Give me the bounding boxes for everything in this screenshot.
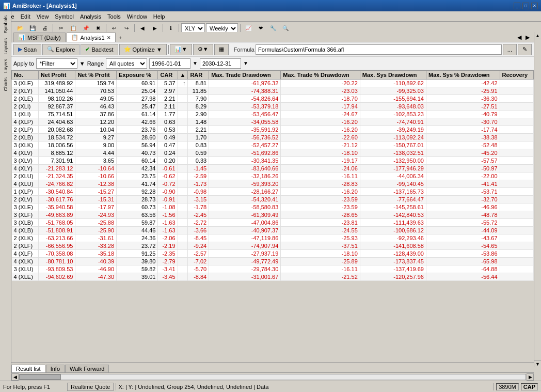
table-row[interactable]: 4 (XLE)-94,602.69-47.3039.01-3.45-8.84-3… [12,273,534,281]
table-row[interactable]: 4 (XLF)-70,358.08-35.1891.25-2.35-2.57-2… [12,250,534,258]
table-row[interactable]: 2 (XLE)98,102.2649.0527.982.217.90-54,82… [12,95,534,103]
col-max-sys-pct-dd[interactable]: Max. Sys % Drawdown [426,71,500,80]
optimize-dropdown-icon[interactable]: ▼ [156,46,162,53]
table-row[interactable]: 2 (XLK)-63,213.66-31.6124.36-2.06-8.45-4… [12,234,534,242]
col-exposure[interactable]: Exposure % [117,71,158,80]
table-row[interactable]: 3 (XLU)-93,809.53-46.9059.82-3.41-5.70-2… [12,265,534,273]
tab-walk-forward[interactable]: Walk Forward [65,365,109,372]
tab-nav-right[interactable]: ▶ [523,33,532,42]
cell-7-10: -38.38 [426,134,500,142]
table-row[interactable]: 3 (XLF)-49,863.89-24.9363.56-1.56-2.45-6… [12,211,534,219]
cell-11-0: 4 (XLY) [12,165,39,173]
charts-tab[interactable]: Charts [2,75,9,93]
col-recovery[interactable]: Recovery [500,71,533,80]
table-row[interactable]: 3 (XLK)18,006.569.0056.940.470.83-52,457… [12,142,534,149]
table-row[interactable]: 4 (XLB)-51,808.91-25.9044.46-1.63-3.66-4… [12,227,534,234]
cell-2-0: 2 (XLE) [12,95,39,103]
cell-19-9: -100,686.12 [360,227,426,234]
from-date-picker[interactable]: ▼ [193,60,198,66]
cell-15-7: -54,320.41 [209,196,281,203]
table-row[interactable]: 3 (XLE)319,489.92159.7460.915.37↑8.81-61… [12,80,534,87]
menu-view[interactable]: View [34,12,52,21]
table-row[interactable]: 1 (XLP)-30,540.84-15.2792.28-0.90-0.98-2… [12,188,534,196]
col-rar[interactable]: RAR [188,71,209,80]
table-row[interactable]: 2 (XLP)20,082.6810.0423.760.532.21-35,59… [12,126,534,134]
minimize-button[interactable]: _ [514,3,520,9]
table-row[interactable]: 3 (XLB)-51,768.05-25.8859.87-1.63-2.72-4… [12,219,534,227]
optimize-button[interactable]: ⭐ Optimize ▼ [119,44,167,55]
cell-17-10: -48.78 [426,211,500,219]
tab-info[interactable]: Info [46,365,65,372]
menu-analysis[interactable]: Analysis [77,12,104,21]
backtest-button[interactable]: ✔ Backtest [81,44,118,55]
filter-dropdown[interactable]: *Filter [36,58,77,69]
menu-tools[interactable]: Tools [104,12,124,21]
filter-icon[interactable]: ▼ [79,60,85,67]
table-row[interactable]: 4 (XLU)-24,766.82-12.3841.74-0.72-1.73-5… [12,180,534,188]
table-row[interactable]: 3 (XLE)-35,940.58-17.9760.73-1.08-1.78-5… [12,203,534,211]
settings-button[interactable]: ⚙▼ [193,44,213,55]
to-date-picker[interactable]: ▼ [243,60,248,66]
formula-browse-button[interactable]: ... [503,44,517,55]
menu-help[interactable]: Help [150,12,168,21]
menu-symbol[interactable]: Symbol [52,12,77,21]
tab-msft-daily[interactable]: 📊 MSFT (Daily) [13,33,66,42]
tab-close-icon[interactable]: ✕ [107,35,111,40]
col-car[interactable]: CAR [158,71,178,80]
from-date-input[interactable] [149,58,190,69]
table-row[interactable]: 4 (XLP)24,404.6312.2042.660.631.48-34,05… [12,118,534,126]
cell-16-4: -1.08 [158,203,178,211]
cell-24-0: 3 (XLU) [12,265,39,273]
table-row[interactable]: 2 (XLF)-66,556.95-33.2823.72-2.19-9.24-7… [12,242,534,250]
table-row[interactable]: 2 (XLY)141,050.4470.5325.042.9711.85-74,… [12,87,534,95]
h-scrollbar[interactable]: ◀ ▶ [11,372,534,381]
layouts-tab[interactable]: Layouts [2,36,9,57]
cell-16-0: 3 (XLE) [12,203,39,211]
col-net-pct-profit[interactable]: Net % Profit [75,71,117,80]
table-row[interactable]: 2 (XLV)-30,617.76-15.3128.73-0.91-3.15-5… [12,196,534,203]
col-max-sys-dd[interactable]: Max. Sys Drawdown [360,71,426,80]
chart-type-button[interactable]: 📊▼ [170,44,192,55]
cell-13-6: -1.73 [188,180,209,188]
scan-button[interactable]: ▶ Scan [13,44,41,55]
layers-tab[interactable]: Layers [2,57,9,75]
hscroll-right-btn[interactable]: ▶ [527,373,534,381]
table-row[interactable]: 1 (XLI)75,714.5137.8661.141.772.90-53,45… [12,111,534,118]
menu-window[interactable]: Window [124,12,150,21]
table-row[interactable]: 4 (XLV)8,885.124.4440.730.240.59-51,692.… [12,149,534,157]
new-tab-button[interactable]: + [117,34,124,42]
formula-edit-button[interactable]: ✎ [518,44,532,55]
close-button[interactable]: ✕ [531,3,538,9]
col-max-trade-dd[interactable]: Max. Trade Drawdown [209,71,281,80]
col-no[interactable]: No. [12,71,39,80]
table-row[interactable]: 2 (XLB)18,534.729.2728.600.491.70-56,736… [12,134,534,142]
table-row[interactable]: 2 (XLI)92,867.3746.4325.472.118.29-53,37… [12,103,534,111]
right-panel-top[interactable]: ▲ [534,32,541,39]
tab-result-list[interactable]: Result list [11,365,45,372]
cell-22-2: -35.18 [75,250,117,258]
menu-edit[interactable]: Edit [18,12,34,21]
table-row[interactable]: 2 (XLU)-21,324.35-10.6623.75-0.62-2.59-3… [12,173,534,180]
table-row[interactable]: 4 (XLK)-80,781.10-40.3939.80-2.79-7.02-4… [12,258,534,265]
tab-msft-label: MSFT (Daily) [27,35,61,41]
table-row[interactable]: 3 (XLV)7,301.913.6560.140.200.33-30,341.… [12,157,534,165]
tab-analysis1[interactable]: 📋 Analysis1 ✕ [67,33,116,42]
hscroll-thumb[interactable] [20,374,61,380]
formula-input[interactable] [256,44,502,55]
title-bar-controls[interactable]: _ □ ✕ [513,3,538,9]
col-net-profit[interactable]: Net Profit [38,71,75,80]
explore-button[interactable]: 🔍 Explore [42,44,79,55]
right-panel-bottom[interactable]: ▼ [534,360,541,367]
col-max-trade-pct-dd[interactable]: Max. Trade % Drawdown [281,71,360,80]
to-date-input[interactable] [200,58,241,69]
data-scroll-area[interactable]: No. Net Profit Net % Profit Exposure % C… [11,70,534,361]
hscroll-left-btn[interactable]: ◀ [11,373,19,381]
tab-nav-left[interactable]: ◀ [515,33,523,42]
maximize-button[interactable]: □ [522,3,529,9]
range-dropdown[interactable]: All quotes [106,58,147,69]
grid-button[interactable]: ▦ [214,44,229,55]
realtime-quote-button[interactable]: Realtime Quote [67,383,114,391]
table-row[interactable]: 4 (XLY)-21,283.12-10.6442.34-0.61-1.45-8… [12,165,534,173]
symbols-tab[interactable]: Symbols [2,13,9,36]
hscroll-track[interactable] [19,374,526,380]
